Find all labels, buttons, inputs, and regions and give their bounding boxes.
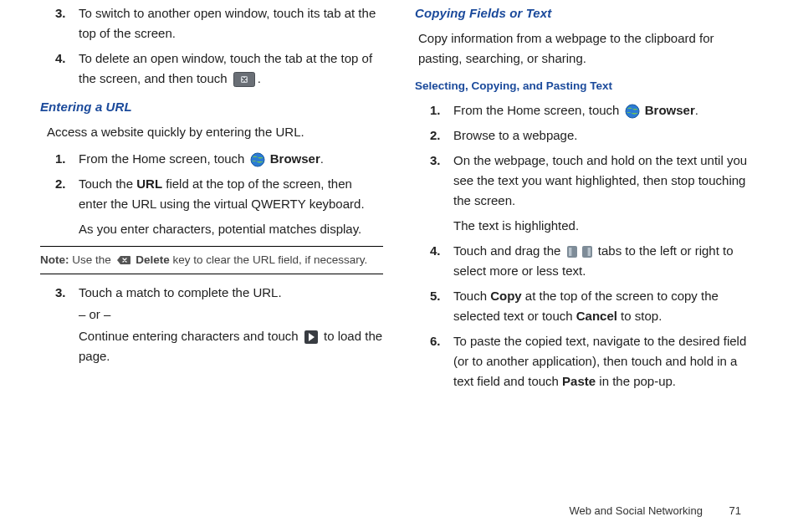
text: . <box>258 71 261 85</box>
item-body: On the webpage, touch and hold on the te… <box>453 151 758 236</box>
list-item: 1. From the Home screen, touch Browser. <box>415 100 758 120</box>
note-box: Note: Use the Delete key to clear the UR… <box>40 246 383 274</box>
item-number: 3. <box>40 3 79 43</box>
item-number: 2. <box>415 125 453 146</box>
list-item: 2. Browse to a webpage. <box>415 125 758 146</box>
heading-selecting: Selecting, Copying, and Pasting Text <box>415 77 758 95</box>
item-body: Touch Copy at the top of the screen to c… <box>453 286 758 326</box>
lede-text: Copy information from a webpage to the c… <box>418 28 758 69</box>
right-column: Copying Fields or Text Copy information … <box>415 3 758 396</box>
svg-rect-7 <box>567 246 577 258</box>
enter-url-list-a: 1. From the Home screen, touch Browser. <box>40 149 383 239</box>
text: . <box>320 151 324 166</box>
footer-section: Web and Social Networking <box>569 504 702 517</box>
list-item: 2. Touch the URL field at the top of the… <box>40 174 383 239</box>
note-label: Note: <box>40 253 69 266</box>
item-body: To paste the copied text, navigate to th… <box>453 331 758 391</box>
browser-label: Browser <box>270 151 320 166</box>
list-item: 4. Touch and drag the <box>415 241 758 281</box>
page-footer: Web and Social Networking 71 <box>569 503 741 520</box>
text: Touch a match to complete the URL. <box>79 283 383 303</box>
item-body: From the Home screen, touch Browser. <box>79 149 383 169</box>
selection-end-handle-icon <box>581 244 593 259</box>
item-body: Touch and drag the tabs to the l <box>453 241 758 281</box>
list-item: 6. To paste the copied text, navigate to… <box>415 331 758 391</box>
item-number: 1. <box>415 100 453 120</box>
list-item: 1. From the Home screen, touch Browser. <box>40 149 383 169</box>
item-number: 3. <box>40 283 79 366</box>
delete-key-icon <box>116 253 131 268</box>
text: On the webpage, touch and hold on the te… <box>453 151 758 211</box>
enter-url-list-b: 3. Touch a match to complete the URL. – … <box>40 283 383 366</box>
text: in the pop-up. <box>596 374 676 388</box>
svg-rect-10 <box>587 248 590 256</box>
item-number: 5. <box>415 286 453 326</box>
item-number: 4. <box>415 241 453 281</box>
browser-globe-icon <box>250 152 265 167</box>
footer-page-number: 71 <box>729 503 741 520</box>
heading-copying: Copying Fields or Text <box>415 3 758 23</box>
cancel-label: Cancel <box>576 309 617 323</box>
text: Touch <box>453 289 490 303</box>
paste-label: Paste <box>562 374 596 388</box>
text: Continue entering characters and touch <box>79 329 302 343</box>
browser-globe-icon <box>625 104 640 119</box>
browser-label: Browser <box>645 103 695 117</box>
text: Touch the <box>79 176 136 191</box>
item-number: 6. <box>415 331 453 391</box>
item-number: 3. <box>415 151 453 236</box>
text: To delete an open window, touch the tab … <box>79 51 372 85</box>
url-label: URL <box>136 176 162 191</box>
item-number: 2. <box>40 174 79 239</box>
pre-list: 3. To switch to another open window, tou… <box>40 3 383 89</box>
text: Use the <box>69 253 115 266</box>
item-body: To delete an open window, touch the tab … <box>79 49 383 89</box>
lede-text: Access a website quickly by entering the… <box>47 122 383 142</box>
item-number: 1. <box>40 149 79 169</box>
svg-rect-9 <box>582 246 592 258</box>
manual-page: 3. To switch to another open window, tou… <box>0 0 798 532</box>
select-copy-list: 1. From the Home screen, touch Browser. <box>415 100 758 391</box>
text: to stop. <box>617 309 662 323</box>
list-item: 4. To delete an open window, touch the t… <box>40 49 383 89</box>
or-divider: – or – <box>79 304 383 325</box>
svg-rect-8 <box>569 248 571 256</box>
list-item: 3. On the webpage, touch and hold on the… <box>415 151 758 236</box>
item-tail: As you enter characters, potential match… <box>79 219 383 239</box>
copy-label: Copy <box>490 289 522 303</box>
list-item: 3. To switch to another open window, tou… <box>40 3 383 43</box>
selection-start-handle-icon <box>566 244 578 259</box>
text: Touch and drag the <box>453 243 565 258</box>
item-body: To switch to another open window, touch … <box>79 3 383 43</box>
item-body: Touch a match to complete the URL. – or … <box>79 283 383 366</box>
list-item: 3. Touch a match to complete the URL. – … <box>40 283 383 366</box>
text: . <box>695 103 698 117</box>
item-number: 4. <box>40 49 79 89</box>
text: From the Home screen, touch <box>79 151 248 166</box>
item-body: Touch the URL field at the top of the sc… <box>79 174 383 239</box>
item-tail: The text is highlighted. <box>453 216 758 236</box>
go-arrow-icon <box>304 330 319 345</box>
text: From the Home screen, touch <box>453 103 623 117</box>
close-tab-icon <box>233 72 256 87</box>
heading-entering-url: Entering a URL <box>40 97 383 117</box>
left-column: 3. To switch to another open window, tou… <box>40 3 383 396</box>
item-body: From the Home screen, touch Browser. <box>453 100 758 120</box>
list-item: 5. Touch Copy at the top of the screen t… <box>415 286 758 326</box>
delete-label: Delete <box>136 253 170 266</box>
item-body: Browse to a webpage. <box>453 125 758 146</box>
text: key to clear the URL field, if necessary… <box>170 253 367 266</box>
